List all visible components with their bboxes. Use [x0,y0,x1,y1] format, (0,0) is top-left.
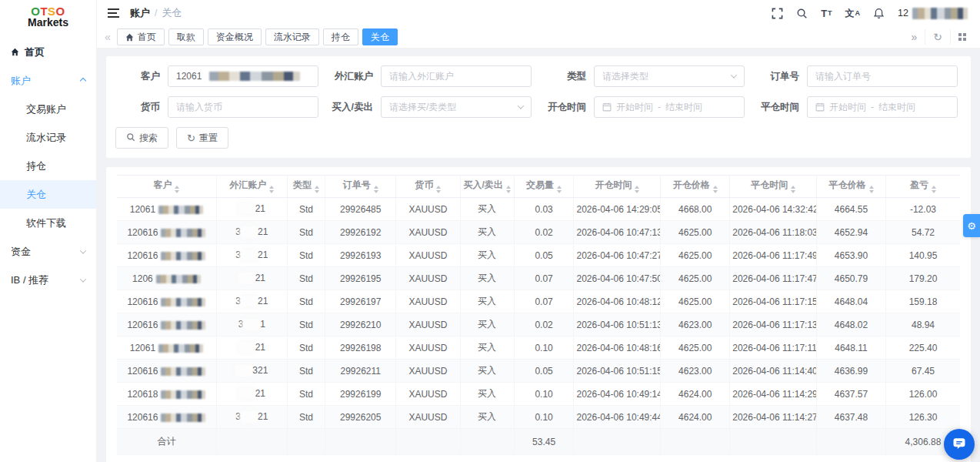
reset-button[interactable]: ↻ 重置 [176,127,228,149]
table-row[interactable]: 120616321Std29926192XAUUSD买入0.022026-04-… [117,221,960,244]
close-time-range-picker[interactable]: 开始时间-结束时间 [807,96,958,118]
input-placeholder: 请输入订单号 [815,70,871,83]
column-header[interactable]: 买入/卖出 [460,176,514,198]
font-size-icon[interactable]: TT [821,8,832,18]
sidebar-item-account[interactable]: 账户 [0,66,96,95]
table-row[interactable]: 120621Std29926195XAUUSD买入0.072026-04-06 … [117,267,960,290]
refresh-page-icon[interactable]: ↻ [925,29,950,45]
tab-label: 首页 [138,31,156,44]
table-row[interactable]: 120616321Std29926193XAUUSD买入0.052026-04-… [117,244,960,267]
column-header[interactable]: 外汇账户 [216,176,287,198]
table-row[interactable]: 1206121Std29926485XAUUSD买入0.032026-04-06… [117,198,960,221]
sidebar-item-home[interactable]: 首页 [0,38,96,66]
range-end-placeholder: 结束时间 [665,101,702,114]
sort-icon[interactable] [557,186,562,193]
column-header[interactable]: 开仓价格 [661,176,730,198]
account-suffix: 21 [258,249,268,260]
sort-icon[interactable] [635,186,639,193]
sort-icon[interactable] [436,186,441,193]
sort-icon[interactable] [506,186,511,193]
sort-icon[interactable] [713,186,718,193]
cell-fx-account: 21 [216,336,287,360]
search-icon[interactable] [796,8,808,19]
type-select[interactable]: 请选择类型 [594,65,745,87]
client-input[interactable]: 12061 [168,65,318,87]
column-header[interactable]: 货币 [396,176,460,198]
column-header[interactable]: 订单号 [325,176,396,198]
cell-close-price: 4636.99 [817,360,886,383]
tab-positions[interactable]: 持仓 [323,28,358,45]
tab-flow-records[interactable]: 流水记录 [265,28,319,45]
tabs-scroll-right-icon[interactable]: » [903,29,925,45]
table-row[interactable]: 12061631Std29926210XAUUSD买入0.022026-04-0… [117,313,960,336]
redacted-client-name [161,390,205,399]
sidebar-item-flow-records[interactable]: 流水记录 [0,123,96,152]
sidebar-item-close-positions[interactable]: 关仓 [0,180,96,209]
sort-icon[interactable] [175,186,179,193]
breadcrumb-parent[interactable]: 账户 [130,6,150,20]
sort-icon[interactable] [932,186,936,193]
fx-account-input[interactable]: 请输入外汇账户 [381,65,532,87]
search-button[interactable]: 搜索 [115,127,168,149]
table-row[interactable]: 120616321Std29926197XAUUSD买入0.072026-04-… [117,290,960,313]
cell-pnl: 126.30 [885,406,960,429]
open-time-range-picker[interactable]: 开始时间-结束时间 [594,96,745,118]
table-row[interactable]: 120616321Std29926205XAUUSD买入0.102026-04-… [117,406,960,429]
tab-funds-overview[interactable]: 资金概况 [208,28,262,45]
chat-widget-button[interactable] [944,429,975,460]
cell-currency: XAUUSD [396,267,460,290]
sort-icon[interactable] [374,186,378,193]
column-header[interactable]: 开仓时间 [574,176,661,198]
tab-close-positions[interactable]: 关仓 [362,28,398,45]
settings-gear-button[interactable]: ⚙ [963,214,980,237]
range-separator: - [871,102,874,112]
user-menu[interactable]: 12 [898,8,968,19]
translate-icon[interactable]: 文A [845,8,861,18]
sidebar-item-ib-referral[interactable]: IB / 推荐 [0,266,96,294]
cell-side: 买入 [460,336,514,360]
column-header[interactable]: 客户 [117,176,216,198]
redacted-client-name [158,344,203,353]
sidebar-item-label: 交易账户 [26,102,66,116]
side-select[interactable]: 请选择买/卖类型 [381,96,532,118]
tab-withdraw[interactable]: 取款 [168,28,204,45]
sort-icon[interactable] [269,186,274,193]
order-no-input[interactable]: 请输入订单号 [807,65,958,87]
cell-open-price: 4625.00 [661,267,730,290]
table-body: 1206121Std29926485XAUUSD买入0.032026-04-06… [117,198,960,429]
fullscreen-icon[interactable] [772,8,783,19]
column-header[interactable]: 平仓价格 [817,176,886,198]
filter-label: 外汇账户 [319,70,381,83]
cell-open-price: 4625.00 [661,221,730,244]
column-header[interactable]: 类型 [287,176,325,198]
table-row[interactable]: 120616321Std29926211XAUUSD买入0.052026-04-… [117,360,960,383]
cell-fx-account: 21 [216,267,287,290]
brand-logo-text: Markets [0,17,96,28]
sort-icon[interactable] [869,186,874,193]
column-header-label: 客户 [153,179,172,190]
cell-currency: XAUUSD [396,221,460,244]
account-suffix: 21 [255,203,265,214]
sidebar-item-trade-accounts[interactable]: 交易账户 [0,95,96,123]
notification-bell-icon[interactable] [873,8,885,19]
table-row[interactable]: 12061821Std29926199XAUUSD买入0.102026-04-0… [117,383,960,406]
account-prefix: 3 [235,249,241,260]
sort-icon[interactable] [315,186,319,193]
sidebar-item-positions[interactable]: 持仓 [0,152,96,180]
sidebar-item-funds[interactable]: 资金 [0,237,96,266]
tab-home[interactable]: 首页 [117,28,165,45]
layout-grid-icon[interactable] [950,29,974,45]
cell-close-time: 2026-04-06 11:17:47 [730,267,817,290]
currency-input[interactable]: 请输入货币 [168,96,318,118]
sort-icon[interactable] [791,186,795,193]
sidebar-item-software-download[interactable]: 软件下载 [0,209,96,237]
cell-currency: XAUUSD [396,290,460,313]
hamburger-menu-icon[interactable] [108,8,119,18]
tabs-scroll-left-icon[interactable]: « [105,31,111,43]
column-header[interactable]: 盈亏 [885,176,960,198]
column-header[interactable]: 平仓时间 [730,176,817,198]
table-row[interactable]: 1206121Std29926198XAUUSD买入0.102026-04-06… [117,336,960,360]
column-header[interactable]: 交易量 [514,176,574,198]
cell-open-price: 4625.00 [661,244,730,267]
cell-side: 买入 [460,221,514,244]
